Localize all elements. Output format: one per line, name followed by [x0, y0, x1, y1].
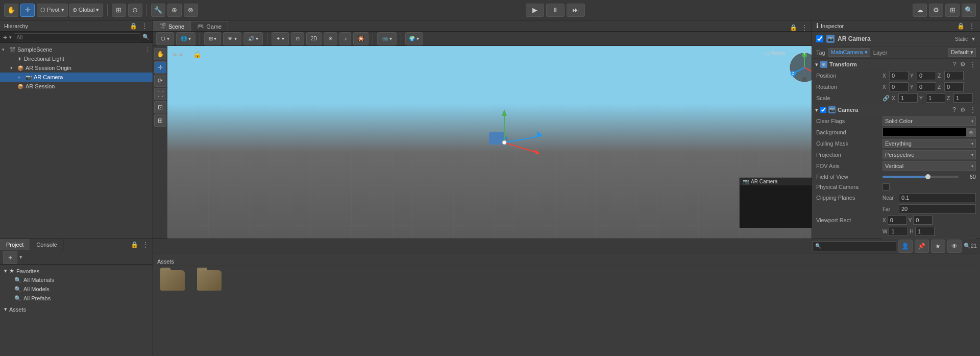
- move-tool-button[interactable]: ✛: [20, 4, 35, 17]
- transform-more-btn[interactable]: ⋮: [969, 61, 977, 68]
- scene-view[interactable]: ✋ ✛ ⟳ ⛶ ⊡ ⊞: [153, 46, 812, 239]
- fav-all-materials[interactable]: 🔍 All Materials: [12, 275, 149, 284]
- camera-component-header[interactable]: ▾ 📷 Camera ? ⚙ ⋮: [812, 104, 980, 115]
- assets-person-btn[interactable]: 👤: [898, 240, 913, 253]
- search-global-button[interactable]: 🔍: [962, 4, 976, 17]
- project-lock-button[interactable]: 🔒: [130, 241, 139, 248]
- rotation-x-input[interactable]: [889, 82, 909, 91]
- project-add-btn[interactable]: +: [3, 251, 17, 264]
- pivot-button[interactable]: ⬡ Pivot ▾: [37, 4, 68, 17]
- step-button[interactable]: ⏭: [567, 4, 585, 17]
- scene-lock-button[interactable]: 🔒: [789, 24, 798, 31]
- position-z-input[interactable]: [944, 71, 964, 80]
- hierarchy-item-samplescene[interactable]: ▾ 🎬 SampleScene ⋮: [0, 45, 153, 54]
- tag-dropdown[interactable]: MainCamera ▾: [828, 48, 870, 57]
- scale-x-input[interactable]: [898, 93, 918, 103]
- global-button[interactable]: ⊕ Global ▾: [69, 4, 103, 17]
- hand-tool-button[interactable]: ✋: [4, 4, 18, 17]
- background-color-field[interactable]: ◎: [883, 128, 976, 137]
- project-dropdown-btn[interactable]: ▾: [19, 254, 22, 260]
- object-enabled-checkbox[interactable]: [816, 35, 823, 42]
- camera-settings-btn[interactable]: ⚙: [959, 106, 967, 113]
- scene-audio-btn2[interactable]: ♪: [339, 32, 351, 45]
- rotation-z-input[interactable]: [944, 82, 964, 91]
- hierarchy-item-ar-camera[interactable]: ▸ 📷 AR Camera: [0, 73, 153, 82]
- snap-tool-button[interactable]: ⊙: [128, 4, 142, 17]
- account-button[interactable]: ☁: [913, 4, 927, 17]
- projection-dropdown[interactable]: Perspective ▾: [883, 150, 976, 159]
- assets-star-btn[interactable]: ★: [931, 240, 945, 253]
- hierarchy-search-input[interactable]: [14, 33, 140, 41]
- scene-2d-button[interactable]: 2D: [306, 32, 322, 45]
- fav-all-prefabs[interactable]: 🔍 All Prefabs: [12, 294, 149, 303]
- far-value-input[interactable]: [899, 204, 976, 213]
- layers-button[interactable]: ⊞: [945, 4, 960, 17]
- near-value-input[interactable]: [899, 193, 976, 202]
- multi-scene-button[interactable]: ⊞: [154, 114, 166, 127]
- transform-help-btn[interactable]: ?: [951, 61, 957, 68]
- project-more-button[interactable]: ⋮: [141, 241, 150, 248]
- scene-fx-button[interactable]: ✦ ▾: [272, 32, 289, 45]
- draw-mode-button[interactable]: ⬡ ▾: [156, 32, 174, 45]
- clear-flags-dropdown[interactable]: Solid Color ▾: [883, 116, 976, 126]
- scene-vis-button[interactable]: 👁 ▾: [223, 32, 241, 45]
- fov-axis-dropdown[interactable]: Vertical ▾: [883, 161, 976, 171]
- viewport-y-input[interactable]: [913, 216, 933, 225]
- fav-all-models[interactable]: 🔍 All Models: [12, 284, 149, 294]
- camera-help-btn[interactable]: ?: [951, 106, 957, 113]
- scene-fx-btn2[interactable]: 🎇: [353, 32, 369, 45]
- asset-folder-2[interactable]: [194, 270, 225, 293]
- position-x-input[interactable]: [889, 71, 909, 80]
- viewport-x-input[interactable]: [888, 216, 907, 225]
- physical-camera-checkbox[interactable]: [883, 183, 890, 191]
- fov-slider-track[interactable]: [883, 176, 959, 178]
- assets-search-input[interactable]: [823, 243, 894, 249]
- transform-settings-btn[interactable]: ⚙: [959, 61, 967, 68]
- viewport-h-input[interactable]: [915, 227, 935, 236]
- grid-tool-button[interactable]: ⊞: [112, 4, 126, 17]
- culling-mask-dropdown[interactable]: Everything ▾: [883, 139, 976, 148]
- hierarchy-lock-button[interactable]: 🔒: [129, 22, 138, 30]
- scale-z-input[interactable]: [953, 93, 973, 103]
- fov-slider-thumb[interactable]: [925, 174, 930, 179]
- assets-tree-header[interactable]: ▾ Assets: [0, 305, 153, 314]
- scene-audio-button[interactable]: 🔊 ▾: [243, 32, 263, 45]
- inspector-more-button[interactable]: ⋮: [968, 22, 976, 30]
- rect-scene-button[interactable]: ⊡: [154, 101, 166, 113]
- layer-dropdown[interactable]: Default ▾: [948, 48, 976, 57]
- game-tab[interactable]: 🎮 Game: [191, 21, 228, 31]
- hierarchy-item-ar-session-origin[interactable]: ▾ 📦 AR Session Origin: [0, 63, 153, 73]
- scene-more-button[interactable]: ⋮: [800, 24, 808, 31]
- pause-button[interactable]: ⏸: [546, 4, 565, 17]
- hierarchy-item-ar-session[interactable]: ▸ 📦 AR Session: [0, 82, 153, 91]
- gizmo-button[interactable]: 🌐 ▾: [176, 32, 195, 45]
- inspector-lock-button[interactable]: 🔒: [956, 22, 966, 30]
- scene-tools-button[interactable]: ⊞ ▾: [204, 32, 222, 45]
- asset-folder-1[interactable]: [157, 270, 188, 293]
- settings-button[interactable]: ⚙: [929, 4, 943, 17]
- scale-y-input[interactable]: [926, 93, 945, 103]
- rotation-y-input[interactable]: [917, 82, 936, 91]
- scene-lighting-button[interactable]: ☀: [324, 32, 337, 45]
- hierarchy-add-button[interactable]: +: [3, 33, 7, 41]
- custom-tool-3-button[interactable]: ⊗: [184, 4, 198, 17]
- assets-pin-btn[interactable]: 📌: [915, 240, 929, 253]
- custom-tool-2-button[interactable]: ⊕: [167, 4, 182, 17]
- scene-gizmos-button[interactable]: 🌍 ▾: [405, 32, 423, 45]
- project-tab[interactable]: Project: [0, 239, 30, 250]
- custom-tool-1-button[interactable]: 🔧: [151, 4, 165, 17]
- camera-more-btn[interactable]: ⋮: [969, 106, 977, 113]
- samplescene-more[interactable]: ⋮: [145, 46, 151, 53]
- favorites-header[interactable]: ▾ ★ Favorites: [4, 267, 149, 275]
- color-picker-btn[interactable]: ◎: [966, 128, 975, 136]
- hierarchy-item-directional-light[interactable]: ▸ ☀ Directional Light: [0, 54, 153, 63]
- position-y-input[interactable]: [917, 71, 936, 80]
- scale-scene-button[interactable]: ⛶: [154, 88, 166, 100]
- hand-scene-button[interactable]: ✋: [154, 48, 166, 60]
- hierarchy-search-arrow[interactable]: ▾: [9, 35, 12, 40]
- camera-enabled-checkbox[interactable]: [820, 107, 826, 113]
- scene-camera-button[interactable]: 📹 ▾: [377, 32, 397, 45]
- move-scene-button[interactable]: ✛: [154, 61, 166, 74]
- hierarchy-more-button[interactable]: ⋮: [140, 22, 149, 30]
- play-button[interactable]: ▶: [526, 4, 544, 17]
